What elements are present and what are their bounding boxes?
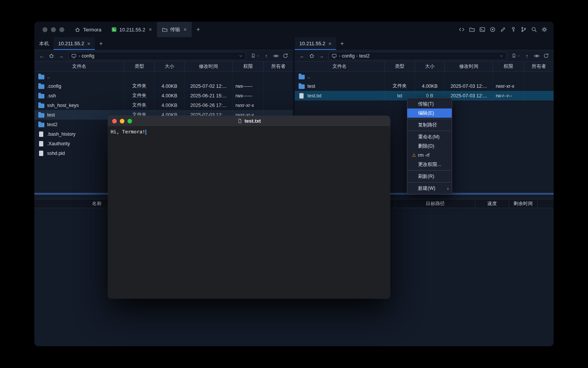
queue-column-speed[interactable]: 速度 — [475, 199, 509, 208]
menu-item[interactable] — [408, 119, 451, 119]
file-row[interactable]: .. — [34, 72, 293, 81]
chevron-down-icon[interactable] — [238, 54, 243, 58]
column-header-mtime[interactable]: 修改时间 — [445, 62, 493, 71]
bookmarks-button[interactable] — [510, 52, 522, 60]
code-snippets-button[interactable] — [457, 25, 466, 34]
close-window-button[interactable] — [112, 119, 117, 123]
path-breadcrumb[interactable]: ›config — [68, 52, 246, 60]
path-breadcrumb[interactable]: ›config ›test2 — [328, 52, 507, 60]
breadcrumb-segment[interactable]: ›config — [78, 53, 94, 59]
macro-record-button[interactable] — [488, 25, 497, 34]
column-header-permissions[interactable]: 权限 — [493, 62, 524, 71]
editor-title: test.txt — [108, 118, 390, 124]
file-row[interactable]: .. — [295, 72, 554, 81]
show-hidden-files-button[interactable] — [532, 52, 541, 60]
queue-column-target-path[interactable]: 目标路径 — [395, 199, 475, 208]
column-header-filename[interactable]: 文件名 — [295, 62, 385, 71]
file-type-icon — [39, 151, 43, 156]
forward-button[interactable]: → — [57, 52, 65, 60]
parent-directory-button[interactable]: ↑ — [523, 52, 531, 60]
file-row[interactable]: ssh_host_keys 文件夹 4.00KB 2025-06-26 17:.… — [34, 100, 293, 110]
close-icon[interactable]: × — [149, 27, 152, 32]
file-type-icon — [299, 75, 305, 79]
column-header-owner[interactable]: 所有者 — [524, 62, 554, 71]
tab-termora-home[interactable]: Termora — [70, 22, 106, 37]
menu-item[interactable]: 传输(T) — [407, 99, 452, 108]
menu-item[interactable]: 复制路径 — [407, 120, 452, 130]
column-header-filename[interactable]: 文件名 — [34, 62, 124, 71]
home-icon — [75, 27, 80, 33]
home-button[interactable] — [47, 52, 56, 60]
bookmarks-button[interactable] — [249, 52, 261, 60]
menu-item[interactable] — [408, 131, 451, 131]
column-header-type[interactable]: 类型 — [385, 62, 415, 71]
chevron-down-icon[interactable] — [499, 54, 504, 58]
edit-button[interactable] — [499, 25, 507, 34]
file-type-icon — [38, 94, 44, 99]
zoom-window-button[interactable] — [59, 27, 64, 32]
column-header-owner[interactable]: 所有者 — [264, 62, 293, 71]
menu-item[interactable]: 刷新(R) — [407, 172, 452, 181]
tab-remote-host[interactable]: 10.211.55.2 × — [295, 37, 336, 50]
sftp-button[interactable] — [468, 25, 476, 34]
column-header-permissions[interactable]: 权限 — [233, 62, 264, 71]
main-tab-bar: Termora 10.211.55.2 × 传输 × + — [70, 22, 205, 37]
menu-item[interactable] — [408, 170, 451, 171]
log-console-button[interactable] — [478, 25, 487, 34]
keymap-button[interactable] — [519, 25, 528, 34]
menu-item[interactable]: ⚠ rm -rf — [407, 151, 452, 160]
editor-titlebar[interactable]: test.txt — [108, 116, 390, 127]
close-icon[interactable]: × — [328, 41, 332, 46]
parent-directory-button[interactable]: ↑ — [262, 52, 271, 60]
new-tab-button[interactable]: + — [192, 22, 205, 37]
minimize-window-button[interactable] — [51, 27, 56, 32]
file-row[interactable]: .ssh 文件夹 4.00KB 2025-06-21 15:... rwx---… — [34, 91, 293, 100]
terminal-icon — [479, 26, 485, 33]
file-row[interactable]: test 文件夹 4.00KB 2025-07-03 12:... rwxr-x… — [295, 81, 554, 91]
queue-column-remaining-time[interactable]: 剩余时间 — [509, 199, 537, 208]
breadcrumb-segment[interactable]: ›test2 — [356, 53, 369, 59]
left-panel-toolbar: ← → ›config ↑ — [34, 50, 293, 61]
tab-ssh-host[interactable]: 10.211.55.2 × — [106, 22, 157, 37]
menu-item-label: 删除(D) — [418, 143, 434, 150]
key-manager-button[interactable] — [509, 25, 518, 34]
add-panel-tab-button[interactable]: + — [95, 37, 107, 50]
show-hidden-files-button[interactable] — [271, 52, 280, 60]
column-header-size[interactable]: 大小 — [155, 62, 185, 71]
minimize-window-button[interactable] — [120, 119, 124, 123]
close-window-button[interactable] — [42, 27, 47, 32]
forward-button[interactable]: → — [317, 52, 326, 60]
search-button[interactable] — [530, 25, 538, 34]
menu-item[interactable]: 新建(W) › — [407, 184, 452, 193]
menu-item[interactable]: 重命名(M) — [407, 132, 452, 141]
gear-icon — [541, 26, 547, 33]
refresh-icon — [543, 53, 549, 59]
close-icon[interactable]: × — [184, 27, 187, 32]
back-button[interactable]: ← — [38, 52, 46, 60]
queue-column-tail — [537, 199, 554, 208]
file-type-icon — [299, 93, 304, 99]
editor-content[interactable]: Hi, Termora! — [108, 127, 390, 299]
tab-local-machine[interactable]: 本机 — [34, 37, 54, 50]
refresh-button[interactable] — [281, 52, 290, 60]
file-row[interactable]: .config 文件夹 4.00KB 2025-07-02 12:... rwx… — [34, 81, 293, 91]
refresh-button[interactable] — [542, 52, 550, 60]
tab-remote-host[interactable]: 10.211.55.2 × — [54, 37, 95, 50]
menu-item[interactable]: 编辑(E) — [407, 108, 452, 118]
home-button[interactable] — [307, 52, 316, 60]
tab-label: 10.211.55.2 — [58, 41, 84, 46]
menu-item[interactable]: 删除(D) — [407, 141, 452, 151]
close-icon[interactable]: × — [87, 41, 90, 46]
column-header-size[interactable]: 大小 — [415, 62, 445, 71]
zoom-window-button[interactable] — [127, 119, 132, 123]
menu-item-label: 刷新(R) — [418, 173, 434, 180]
back-button[interactable]: ← — [298, 52, 307, 60]
column-header-mtime[interactable]: 修改时间 — [185, 62, 233, 71]
breadcrumb-segment[interactable]: ›config — [339, 53, 354, 59]
tab-transfer[interactable]: 传输 × — [157, 22, 192, 37]
settings-button[interactable] — [540, 25, 549, 34]
column-header-type[interactable]: 类型 — [124, 62, 155, 71]
menu-item[interactable]: 更改权限... — [407, 160, 452, 169]
add-panel-tab-button[interactable]: + — [336, 37, 348, 50]
menu-item[interactable] — [408, 182, 451, 182]
